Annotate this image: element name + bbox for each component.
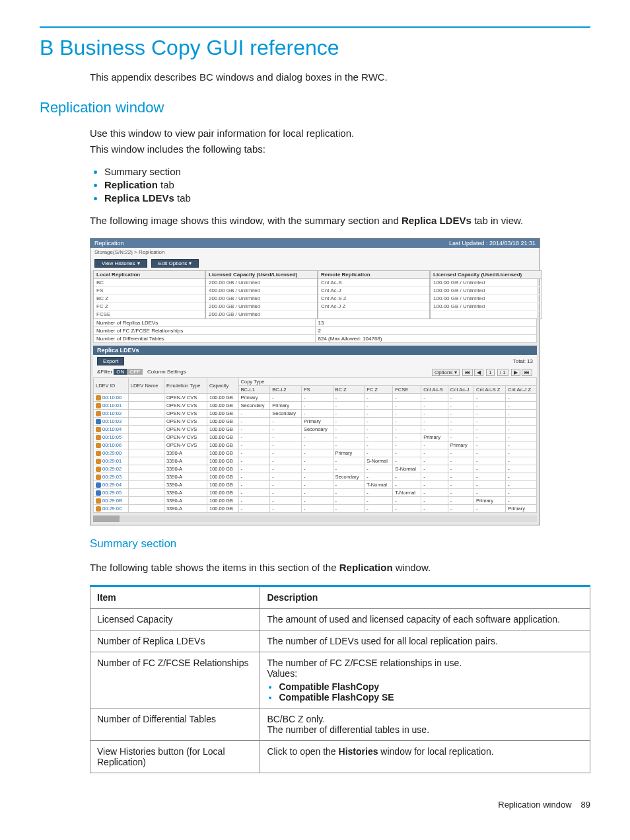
capacity-cell: 100.00 GB (207, 410, 238, 418)
edit-options-button[interactable]: Edit Options ▾ (151, 259, 199, 268)
filter-off-button[interactable]: OFF (127, 369, 143, 375)
pager-prev-icon[interactable]: ◀ (474, 369, 483, 376)
capacity-cell: 100.00 GB (207, 489, 238, 497)
col-cnt-acsz[interactable]: Cnt Ac-S Z (474, 386, 506, 394)
ldev-id-cell[interactable]: 00:29:04 (94, 481, 129, 489)
summary-row-label: Cnt Ac-J Z (318, 303, 429, 311)
horizontal-scrollbar[interactable] (93, 515, 537, 522)
emulation-cell: OPEN-V CVS (164, 410, 207, 418)
ldev-id-cell[interactable]: 00:29:03 (94, 473, 129, 481)
acs-cell: - (421, 394, 448, 402)
view-histories-button[interactable]: View Histories ▾ (94, 259, 147, 268)
fcse-cell: - (393, 402, 421, 410)
ldev-id-cell[interactable]: 00:29:01 (94, 457, 129, 465)
summary-row-value (431, 311, 542, 319)
rep-window-p2: This window includes the following tabs: (90, 142, 590, 157)
bullet-replica-ldevs-tab: Replica LDEVs tab (104, 192, 590, 204)
fcz-cell: - (365, 465, 393, 473)
ldev-id-cell[interactable]: 00:29:0C (94, 505, 129, 513)
ldev-id-cell[interactable]: 00:29:00 (94, 449, 129, 457)
ldev-status-icon (96, 490, 101, 496)
acsz-cell: - (474, 489, 506, 497)
desc-cell: The number of LDEVs used for all local r… (260, 630, 590, 652)
summary-row-value: 100.00 GB / Unlimited (431, 295, 542, 303)
capacity-cell: 100.00 GB (207, 426, 238, 434)
options-dropdown[interactable]: Options ▾ (432, 369, 460, 376)
replica-ldevs-table: LDEV ID LDEV Name Emulation Type Capacit… (93, 377, 537, 513)
ldev-name-cell (128, 410, 164, 418)
ldev-id-cell[interactable]: 00:10:05 (94, 434, 129, 441)
acs-cell: Primary (421, 434, 448, 441)
window-titlebar: Replication Last Updated : 2014/03/18 21… (90, 239, 540, 248)
summary-section-intro: The following table shows the items in t… (90, 560, 590, 575)
bcz-cell: - (333, 481, 365, 489)
col-fc-z[interactable]: FC Z (365, 386, 393, 394)
ldev-id-cell[interactable]: 00:10:03 (94, 418, 129, 426)
last-updated: Last Updated : 2014/03/18 21:31 (449, 240, 536, 247)
fcse-cell: - (393, 418, 421, 426)
acsz-cell: - (474, 394, 506, 402)
col-capacity[interactable]: Capacity (207, 378, 238, 394)
filter-on-button[interactable]: ON (114, 369, 127, 375)
ldev-name-cell (128, 505, 164, 513)
replica-ldevs-tab-header[interactable]: Replica LDEVs (93, 346, 537, 355)
bcz-cell: - (333, 410, 365, 418)
col-fs[interactable]: FS (301, 386, 333, 394)
ldev-id-cell[interactable]: 00:29:05 (94, 489, 129, 497)
ldev-id-cell[interactable]: 00:10:02 (94, 410, 129, 418)
ldev-name-cell (128, 449, 164, 457)
chevron-down-icon: ▾ (137, 260, 140, 266)
acs-cell: - (421, 505, 448, 513)
item-cell: Number of Replica LDEVs (90, 630, 260, 652)
ldev-id-cell[interactable]: 00:10:00 (94, 394, 129, 402)
pager-first-icon[interactable]: ⏮ (462, 369, 473, 376)
ldev-status-icon (96, 482, 101, 488)
acsz-cell: - (474, 465, 506, 473)
fcz-cell: - (365, 489, 393, 497)
ldev-id-cell[interactable]: 00:10:04 (94, 426, 129, 434)
col-fcse[interactable]: FCSE (393, 386, 421, 394)
ldev-id-cell[interactable]: 00:10:06 (94, 441, 129, 449)
ldev-status-icon (96, 435, 101, 440)
pager-next-icon[interactable]: ▶ (511, 369, 520, 376)
capacity-cell: 100.00 GB (207, 418, 238, 426)
ldev-id-cell[interactable]: 00:29:0B (94, 497, 129, 505)
export-button[interactable]: Export (97, 357, 124, 365)
ldev-id-cell[interactable]: 00:10:01 (94, 402, 129, 410)
fcse-cell: - (393, 410, 421, 418)
ldev-status-icon (96, 475, 101, 480)
bcz-cell: - (333, 441, 365, 449)
bcl2-cell: - (270, 481, 302, 489)
emulation-cell: OPEN-V CVS (164, 441, 207, 449)
table-row: 00:29:033390-A100.00 GB---Secondary-----… (94, 473, 537, 481)
bcz-cell: - (333, 465, 365, 473)
col-bc-z[interactable]: BC Z (333, 386, 365, 394)
summary-row-value: 200.00 GB / Unlimited (206, 279, 317, 287)
breadcrumb[interactable]: Storage(S/N:22) > Replication (90, 248, 540, 256)
col-cnt-acjz[interactable]: Cnt Ac-J Z (506, 386, 537, 394)
capacity-cell: 100.00 GB (207, 473, 238, 481)
col-cnt-acj[interactable]: Cnt Ac-J (448, 386, 473, 394)
col-ldev-name[interactable]: LDEV Name (128, 378, 164, 394)
table-row: Number of Differential Tables BC/BC Z on… (90, 708, 590, 740)
emulation-cell: 3390-A (164, 465, 207, 473)
replication-window-screenshot: Replication Last Updated : 2014/03/18 21… (90, 238, 540, 525)
ldev-status-icon (96, 467, 101, 472)
col-bc-l2[interactable]: BC-L2 (270, 386, 302, 394)
acs-cell: - (421, 457, 448, 465)
col-cnt-acs[interactable]: Cnt Ac-S (421, 386, 448, 394)
doc-col-description: Description (260, 586, 590, 608)
pager-last-icon[interactable]: ⏭ (522, 369, 532, 376)
fcse-cell: - (393, 394, 421, 402)
emulation-cell: OPEN-V CVS (164, 434, 207, 441)
fcz-cell: - (365, 410, 393, 418)
acsz-cell: - (474, 434, 506, 441)
acj-cell: - (448, 489, 473, 497)
ldev-id-cell[interactable]: 00:29:02 (94, 465, 129, 473)
doc-col-item: Item (90, 586, 260, 608)
fcz-cell: - (365, 402, 393, 410)
col-ldev-id[interactable]: LDEV ID (94, 378, 129, 394)
col-emulation-type[interactable]: Emulation Type (164, 378, 207, 394)
column-settings-button[interactable]: Column Settings (147, 369, 186, 375)
col-bc-l1[interactable]: BC-L1 (238, 386, 270, 394)
